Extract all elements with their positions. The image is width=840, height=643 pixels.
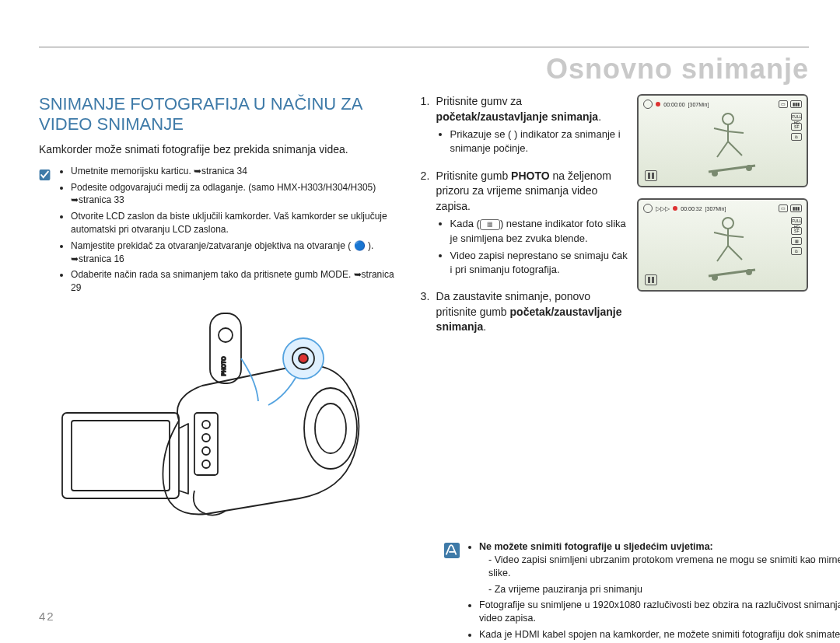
step-number: 2.	[421, 169, 436, 281]
sf-icon: SF	[791, 123, 802, 131]
page: Osnovno snimanje SNIMANJE FOTOGRAFIJA U …	[0, 0, 840, 643]
skateboarder-graphic	[685, 110, 771, 180]
svg-point-17	[712, 171, 717, 176]
prereq-item: Odaberite način rada sa snimanjem tako d…	[71, 268, 397, 295]
pause-icon	[645, 274, 657, 285]
fullhd-icon: FULL HD	[791, 113, 802, 121]
svg-rect-4	[72, 421, 170, 491]
lcd-side-icons: FULL HD SF ▦ ⧉	[791, 217, 802, 255]
notes-dash-item: Za vrijeme pauziranja pri snimanju	[488, 583, 840, 596]
svg-point-2	[315, 404, 346, 453]
check-icon	[39, 166, 51, 183]
timer: 00:00:32	[681, 206, 702, 211]
prereq-list: Umetnite memorijsku karticu. ➥stranica 3…	[57, 165, 397, 298]
svg-point-9	[202, 460, 210, 468]
prereq-item: Umetnite memorijsku karticu. ➥stranica 3…	[71, 165, 397, 178]
pause-icon	[645, 170, 657, 181]
remain: [307Min]	[705, 206, 726, 211]
section-title: SNIMANJE FOTOGRAFIJA U NAČINU ZA VIDEO S…	[39, 94, 397, 135]
notes-bullet: Fotografije su snimljene u 1920x1080 raz…	[479, 599, 840, 625]
left-column: SNIMANJE FOTOGRAFIJA U NAČINU ZA VIDEO S…	[39, 94, 413, 548]
battery-icon: ▮▮▮	[790, 100, 802, 108]
prereq-item: Podesite odgovarajući medij za odlaganje…	[71, 181, 397, 208]
svg-point-11	[219, 328, 233, 342]
step-bold: PHOTO	[511, 169, 550, 182]
lcd-preview-1: 00:00:00 [307Min] ▭ ▮▮▮ FULL HD SF ⧉	[637, 94, 808, 187]
step-sub-item: Video zapisi neprestano se snimaju čak i…	[450, 249, 630, 277]
lcd-topbar: 00:00:00 [307Min] ▭ ▮▮▮	[643, 99, 802, 110]
top-rule	[39, 47, 809, 47]
notes-dash-item: Video zapisi snimljeni ubrzanim protokom…	[488, 554, 840, 580]
sub-pre: Kada (	[450, 218, 480, 229]
card-icon: ▭	[779, 100, 788, 108]
lcd-preview-2: ▷▷▷ 00:00:32 [307Min] ▭ ▮▮▮ FULL HD SF ▦…	[637, 198, 808, 292]
remain: [307Min]	[688, 102, 709, 107]
svg-point-15	[299, 354, 308, 363]
step-sub-item: Kada (▦) nestane indikator foto slika je…	[450, 217, 630, 245]
svg-rect-3	[62, 413, 179, 498]
photo-indicator-icon: ▦	[480, 219, 500, 230]
step-body: Da zaustavite snimanje, ponovo pritisnit…	[436, 289, 630, 335]
svg-point-8	[202, 447, 210, 455]
photo-capture-icon: ▦	[791, 237, 802, 245]
svg-point-18	[747, 166, 751, 170]
step-sub: Kada (▦) nestane indikator foto slika je…	[436, 217, 630, 277]
step: 2. Pritisnite gumb PHOTO na željenom pri…	[421, 169, 630, 281]
step-sub-item: Prikazuje se ( ) indikator za snimanje i…	[450, 128, 630, 156]
svg-point-21	[747, 270, 751, 274]
chapter-ghost-title: Osnovno snimanje	[546, 53, 809, 86]
skateboarder-graphic	[685, 214, 771, 284]
timer: 00:00:00	[663, 102, 684, 107]
content-columns: SNIMANJE FOTOGRAFIJA U NAČINU ZA VIDEO S…	[39, 94, 809, 548]
sf-icon-2: SF	[791, 227, 802, 235]
svg-point-1	[304, 388, 357, 469]
note-icon	[443, 542, 460, 559]
intro-text: Kamkorder može snimati fotografije bez p…	[39, 143, 397, 156]
fullhd-icon: FULL HD	[791, 217, 802, 225]
notes-bullet: Kada je HDMI kabel spojen na kamkorder, …	[479, 628, 840, 643]
svg-rect-5	[194, 413, 218, 475]
step-bold: početak/zaustavljanje snimanja	[436, 110, 599, 123]
thumbnail-column: 00:00:00 [307Min] ▭ ▮▮▮ FULL HD SF ⧉	[629, 94, 809, 548]
steps-list: 1. Pritisnite gumv za početak/zaustavlja…	[421, 94, 630, 335]
svg-text:PHOTO: PHOTO	[221, 356, 226, 376]
step-sub: Prikazuje se ( ) indikator za snimanje i…	[436, 128, 630, 156]
record-mode-icon	[643, 204, 653, 213]
lcd-topbar: ▷▷▷ 00:00:32 [307Min] ▭ ▮▮▮	[643, 203, 802, 214]
right-column: 1. Pritisnite gumv za početak/zaustavlja…	[413, 94, 630, 548]
notes-dash-list: Video zapisi snimljeni ubrzanim protokom…	[479, 554, 840, 596]
svg-point-6	[202, 421, 210, 428]
notes-content: Ne možete snimiti fotografije u sljedeći…	[467, 540, 840, 643]
card-icon: ▭	[779, 204, 788, 212]
photo-flash-icon: ▷▷▷	[656, 205, 670, 212]
svg-point-16	[723, 114, 733, 124]
step: 1. Pritisnite gumv za početak/zaustavlja…	[421, 94, 630, 159]
rec-dot-icon	[656, 102, 660, 107]
zoom-icon: ⧉	[791, 247, 802, 255]
step-text: Pritisnite gumb	[436, 169, 511, 182]
prereq-block: Umetnite memorijsku karticu. ➥stranica 3…	[39, 165, 397, 298]
svg-point-7	[202, 434, 210, 442]
prereq-item: Namjestite prekidač za otvaranje/zatvara…	[71, 239, 397, 266]
record-mode-icon	[643, 100, 653, 109]
step-text: .	[483, 320, 486, 333]
step-number: 1.	[421, 94, 436, 159]
notes-heading: Ne možete snimiti fotografije u sljedeći…	[479, 540, 840, 596]
prereq-item: Otvorite LCD zaslon da biste uključili k…	[71, 210, 397, 236]
step-body: Pritisnite gumv za početak/zaustavljanje…	[436, 94, 630, 159]
step: 3. Da zaustavite snimanje, ponovo pritis…	[421, 289, 630, 335]
rec-dot-icon	[673, 206, 677, 211]
lcd-side-icons: FULL HD SF ⧉	[791, 113, 802, 141]
step-text: Pritisnite gumv za	[436, 95, 522, 107]
svg-point-19	[723, 218, 733, 229]
battery-icon: ▮▮▮	[790, 204, 802, 212]
svg-point-20	[712, 275, 717, 280]
step-number: 3.	[421, 289, 436, 335]
page-number: 42	[39, 610, 55, 623]
camcorder-illustration: PHOTO	[39, 312, 397, 548]
notes-block: Ne možete snimiti fotografije u sljedeći…	[443, 540, 840, 643]
step-text: .	[598, 110, 601, 123]
step-body: Pritisnite gumb PHOTO na željenom prizor…	[436, 169, 630, 281]
zoom-icon: ⧉	[791, 133, 802, 141]
